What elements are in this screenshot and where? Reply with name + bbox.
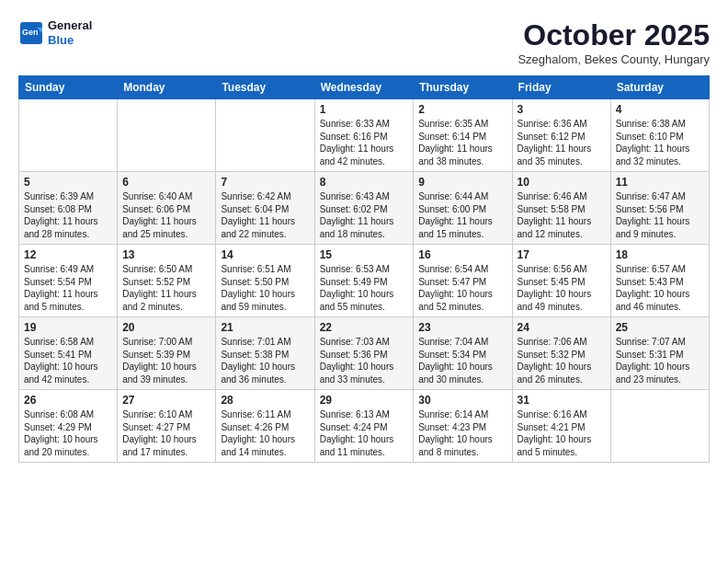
calendar-cell: 23Sunrise: 7:04 AM Sunset: 5:34 PM Dayli… [414,317,512,390]
day-info: Sunrise: 6:11 AM Sunset: 4:26 PM Dayligh… [221,408,309,458]
calendar-cell: 6Sunrise: 6:40 AM Sunset: 6:06 PM Daylig… [118,172,216,245]
day-number: 1 [320,103,409,116]
day-number: 17 [518,248,606,261]
calendar-cell: 9Sunrise: 6:44 AM Sunset: 6:00 PM Daylig… [414,172,512,245]
calendar-cell: 24Sunrise: 7:06 AM Sunset: 5:32 PM Dayli… [512,317,610,390]
logo-icon: Gen [18,20,44,46]
day-number: 9 [418,176,506,189]
day-info: Sunrise: 6:47 AM Sunset: 5:56 PM Dayligh… [616,190,704,240]
calendar-cell: 27Sunrise: 6:10 AM Sunset: 4:27 PM Dayli… [118,390,216,463]
calendar-week-row: 19Sunrise: 6:58 AM Sunset: 5:41 PM Dayli… [19,317,710,390]
day-number: 6 [122,176,210,189]
day-number: 12 [24,248,112,261]
calendar-cell: 12Sunrise: 6:49 AM Sunset: 5:54 PM Dayli… [19,245,118,317]
day-number: 27 [122,394,210,407]
day-info: Sunrise: 7:00 AM Sunset: 5:39 PM Dayligh… [122,336,210,385]
day-number: 4 [616,103,704,116]
day-number: 3 [518,103,606,116]
calendar-week-row: 26Sunrise: 6:08 AM Sunset: 4:29 PM Dayli… [19,390,710,463]
weekday-header-thursday: Thursday [414,76,512,99]
logo-blue: Blue [48,33,92,48]
calendar-cell: 19Sunrise: 6:58 AM Sunset: 5:41 PM Dayli… [19,317,118,390]
day-number: 14 [221,248,309,261]
calendar-cell: 10Sunrise: 6:46 AM Sunset: 5:58 PM Dayli… [512,172,610,245]
day-info: Sunrise: 6:35 AM Sunset: 6:14 PM Dayligh… [418,118,506,167]
calendar-cell: 15Sunrise: 6:53 AM Sunset: 5:49 PM Dayli… [314,245,414,317]
day-info: Sunrise: 6:44 AM Sunset: 6:00 PM Dayligh… [418,190,506,240]
day-number: 21 [221,321,309,334]
day-number: 7 [221,176,309,189]
calendar-cell: 20Sunrise: 7:00 AM Sunset: 5:39 PM Dayli… [118,317,216,390]
day-number: 11 [616,176,704,189]
day-number: 13 [122,248,210,261]
calendar-cell: 1Sunrise: 6:33 AM Sunset: 6:16 PM Daylig… [314,99,414,172]
calendar-cell: 2Sunrise: 6:35 AM Sunset: 6:14 PM Daylig… [414,99,512,172]
calendar-cell: 16Sunrise: 6:54 AM Sunset: 5:47 PM Dayli… [414,245,512,317]
calendar-cell: 11Sunrise: 6:47 AM Sunset: 5:56 PM Dayli… [610,172,709,245]
calendar-cell: 22Sunrise: 7:03 AM Sunset: 5:36 PM Dayli… [314,317,414,390]
day-info: Sunrise: 6:50 AM Sunset: 5:52 PM Dayligh… [122,263,210,313]
day-info: Sunrise: 6:33 AM Sunset: 6:16 PM Dayligh… [320,118,409,167]
day-number: 10 [518,176,606,189]
calendar-cell [19,99,118,172]
day-info: Sunrise: 6:39 AM Sunset: 6:08 PM Dayligh… [24,190,112,240]
calendar-cell: 21Sunrise: 7:01 AM Sunset: 5:38 PM Dayli… [216,317,314,390]
day-info: Sunrise: 6:14 AM Sunset: 4:23 PM Dayligh… [418,408,506,458]
day-info: Sunrise: 7:06 AM Sunset: 5:32 PM Dayligh… [518,336,606,385]
location: Szeghalom, Bekes County, Hungary [518,52,710,66]
day-number: 24 [518,321,606,334]
day-info: Sunrise: 6:13 AM Sunset: 4:24 PM Dayligh… [320,408,409,458]
day-info: Sunrise: 7:01 AM Sunset: 5:38 PM Dayligh… [221,336,309,385]
calendar-cell: 28Sunrise: 6:11 AM Sunset: 4:26 PM Dayli… [216,390,314,463]
calendar-cell: 30Sunrise: 6:14 AM Sunset: 4:23 PM Dayli… [414,390,512,463]
day-info: Sunrise: 6:58 AM Sunset: 5:41 PM Dayligh… [24,336,112,385]
day-info: Sunrise: 6:46 AM Sunset: 5:58 PM Dayligh… [518,190,606,240]
day-number: 22 [320,321,409,334]
calendar-cell: 25Sunrise: 7:07 AM Sunset: 5:31 PM Dayli… [610,317,709,390]
calendar-cell [118,99,216,172]
weekday-header-tuesday: Tuesday [216,76,314,99]
calendar-week-row: 12Sunrise: 6:49 AM Sunset: 5:54 PM Dayli… [19,245,710,317]
logo: Gen General Blue [18,18,92,47]
day-info: Sunrise: 7:04 AM Sunset: 5:34 PM Dayligh… [418,336,506,385]
day-info: Sunrise: 6:42 AM Sunset: 6:04 PM Dayligh… [221,190,309,240]
calendar-cell: 13Sunrise: 6:50 AM Sunset: 5:52 PM Dayli… [118,245,216,317]
calendar: SundayMondayTuesdayWednesdayThursdayFrid… [18,75,710,463]
weekday-header-saturday: Saturday [610,76,709,99]
weekday-header-friday: Friday [512,76,610,99]
day-info: Sunrise: 6:08 AM Sunset: 4:29 PM Dayligh… [24,408,112,458]
weekday-header-monday: Monday [118,76,216,99]
day-number: 26 [24,394,112,407]
day-number: 30 [418,394,506,407]
calendar-cell: 17Sunrise: 6:56 AM Sunset: 5:45 PM Dayli… [512,245,610,317]
day-number: 20 [122,321,210,334]
calendar-cell: 8Sunrise: 6:43 AM Sunset: 6:02 PM Daylig… [314,172,414,245]
day-info: Sunrise: 6:10 AM Sunset: 4:27 PM Dayligh… [122,408,210,458]
calendar-cell: 5Sunrise: 6:39 AM Sunset: 6:08 PM Daylig… [19,172,118,245]
month-title: October 2025 [518,18,710,52]
day-number: 8 [320,176,409,189]
title-block: October 2025 Szeghalom, Bekes County, Hu… [518,18,710,66]
calendar-cell [610,390,709,463]
day-number: 23 [418,321,506,334]
calendar-cell: 7Sunrise: 6:42 AM Sunset: 6:04 PM Daylig… [216,172,314,245]
day-info: Sunrise: 7:07 AM Sunset: 5:31 PM Dayligh… [616,336,704,385]
calendar-week-row: 1Sunrise: 6:33 AM Sunset: 6:16 PM Daylig… [19,99,710,172]
svg-text:Gen: Gen [22,28,39,37]
day-info: Sunrise: 6:38 AM Sunset: 6:10 PM Dayligh… [616,118,704,167]
day-info: Sunrise: 6:51 AM Sunset: 5:50 PM Dayligh… [221,263,309,313]
logo-general: General [48,18,92,33]
day-number: 28 [221,394,309,407]
day-number: 5 [24,176,112,189]
day-number: 29 [320,394,409,407]
weekday-header-wednesday: Wednesday [314,76,414,99]
calendar-cell [216,99,314,172]
day-number: 18 [616,248,704,261]
day-info: Sunrise: 6:36 AM Sunset: 6:12 PM Dayligh… [518,118,606,167]
calendar-cell: 4Sunrise: 6:38 AM Sunset: 6:10 PM Daylig… [610,99,709,172]
calendar-week-row: 5Sunrise: 6:39 AM Sunset: 6:08 PM Daylig… [19,172,710,245]
page-header: Gen General Blue October 2025 Szeghalom,… [18,18,710,66]
day-number: 19 [24,321,112,334]
day-number: 16 [418,248,506,261]
day-info: Sunrise: 6:16 AM Sunset: 4:21 PM Dayligh… [518,408,606,458]
